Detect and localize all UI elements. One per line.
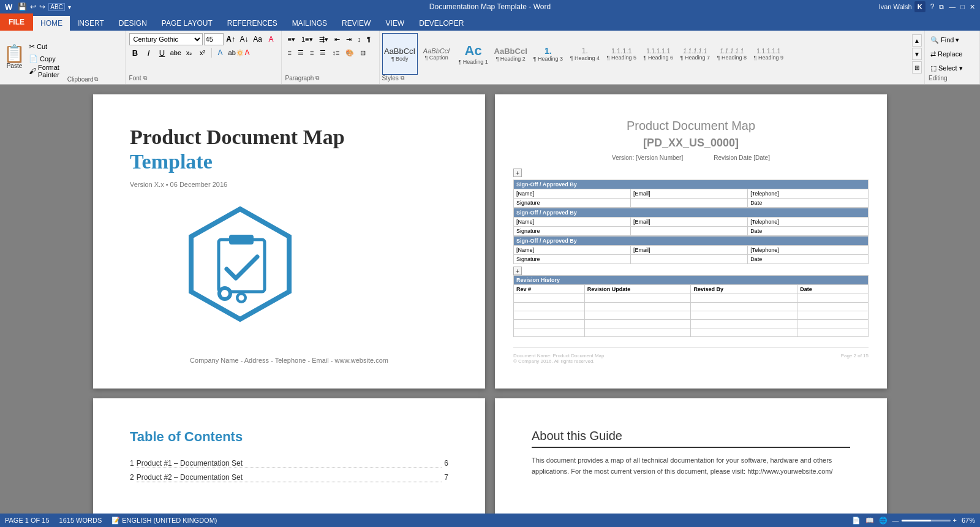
paste-button[interactable]: 📋 Paste: [2, 36, 26, 79]
underline-button[interactable]: U: [156, 47, 168, 59]
line-spacing-button[interactable]: ↕≡: [330, 47, 342, 59]
sort-button[interactable]: ↕: [355, 33, 364, 45]
tab-design[interactable]: DESIGN: [111, 16, 154, 31]
user-area[interactable]: Ivan Walsh K: [879, 1, 925, 12]
increase-indent-button[interactable]: ⇥: [344, 33, 354, 45]
language-indicator[interactable]: 📝 ENGLISH (UNITED KINGDOM): [111, 517, 217, 525]
font-family-select[interactable]: Century Gothic: [129, 33, 203, 45]
style-heading9[interactable]: 1.1.1.1.1 ¶ Heading 9: [751, 33, 786, 75]
clipboard-group: 📋 Paste ✂ Cut 📄 Copy 🖌 Format Painter: [0, 31, 126, 84]
page-count: PAGE 1 OF 15: [5, 517, 50, 524]
signoff-table-1: Sign-Off / Approved By [Name][Email][Tel…: [513, 180, 869, 208]
find-button[interactable]: 🔍Find ▾: [929, 34, 976, 46]
style-heading5[interactable]: 1.1.1.1 ¶ Heading 5: [604, 33, 639, 75]
minimize-btn[interactable]: —: [949, 3, 956, 10]
page-cover: Product Document Map Template Version X.…: [93, 94, 485, 389]
format-painter-button[interactable]: 🖌 Format Painter: [28, 66, 66, 77]
copy-button[interactable]: 📄 Copy: [28, 53, 66, 64]
view-web-icon[interactable]: 🌐: [879, 517, 888, 525]
decrease-indent-button[interactable]: ⇤: [332, 33, 342, 45]
justify-button[interactable]: ☰: [317, 47, 328, 59]
font-size-input[interactable]: [204, 33, 224, 45]
help-btn[interactable]: ?: [930, 2, 935, 11]
bullets-button[interactable]: ≡▾: [285, 33, 298, 45]
styles-expand[interactable]: ⊞: [912, 61, 922, 74]
align-right-button[interactable]: ≡: [307, 47, 316, 59]
tab-mailings[interactable]: MAILINGS: [285, 16, 334, 31]
save-icon[interactable]: 💾: [18, 2, 27, 11]
view-print-icon[interactable]: 📄: [852, 517, 861, 525]
maximize-btn[interactable]: □: [960, 3, 965, 10]
text-effect-button[interactable]: A: [214, 47, 227, 59]
select-button[interactable]: ⬚Select ▾: [929, 62, 976, 74]
undo-icon[interactable]: ↩: [30, 2, 36, 11]
tab-review[interactable]: REVIEW: [334, 16, 378, 31]
redo-icon[interactable]: ↪: [39, 2, 45, 11]
styles-scroll-down[interactable]: ▼: [912, 48, 922, 60]
tab-insert[interactable]: INSERT: [70, 16, 111, 31]
document-area[interactable]: Product Document Map Template Version X.…: [0, 85, 980, 514]
doc-revision-label: Revision Date [Date]: [714, 154, 770, 161]
replace-button[interactable]: ⇄Replace: [929, 48, 976, 60]
superscript-button[interactable]: x²: [197, 47, 209, 59]
resize-btn[interactable]: ⧉: [939, 3, 944, 11]
strikethrough-button[interactable]: abc: [170, 47, 182, 59]
tab-page-layout[interactable]: PAGE LAYOUT: [154, 16, 220, 31]
paragraph-label: Paragraph: [285, 75, 314, 82]
style-caption[interactable]: AaBbCcI ¶ Caption: [419, 33, 454, 75]
svg-point-4: [221, 290, 228, 297]
style-heading3[interactable]: 1. ¶ Heading 3: [530, 33, 566, 75]
align-left-button[interactable]: ≡: [285, 47, 294, 59]
file-tab[interactable]: FILE: [0, 13, 33, 31]
tab-view[interactable]: VIEW: [378, 16, 412, 31]
tab-developer[interactable]: DEVELOPER: [412, 16, 471, 31]
case-button[interactable]: Aa: [252, 33, 264, 45]
style-body[interactable]: AaBbCcI ¶ Body: [382, 33, 418, 75]
styles-expand-icon[interactable]: ⧉: [401, 75, 404, 82]
word-count: 1615 WORDS: [59, 517, 102, 524]
view-read-icon[interactable]: 📖: [865, 517, 874, 525]
multilevel-button[interactable]: ⇶▾: [317, 33, 331, 45]
bold-button[interactable]: B: [129, 47, 141, 59]
style-heading7[interactable]: 1.1.1.1.1 ¶ Heading 7: [677, 33, 713, 75]
style-heading8[interactable]: 1.1.1.1.1 ¶ Heading 8: [714, 33, 750, 75]
align-center-button[interactable]: ☰: [295, 47, 306, 59]
font-color-button[interactable]: A: [241, 47, 254, 59]
zoom-slider[interactable]: — +: [892, 517, 957, 524]
show-formatting-button[interactable]: ¶: [364, 33, 373, 45]
styles-scroll-up[interactable]: ▲: [912, 34, 922, 47]
italic-button[interactable]: I: [143, 47, 155, 59]
style-heading2[interactable]: AaBbCcI ¶ Heading 2: [492, 33, 529, 75]
doc-info-id: [PD_XX_US_0000]: [513, 137, 869, 150]
paragraph-expand-icon[interactable]: ⧉: [315, 75, 319, 82]
borders-button[interactable]: ⊟: [358, 47, 368, 59]
close-btn[interactable]: ✕: [970, 3, 975, 11]
clear-format-button[interactable]: A: [265, 33, 277, 45]
font-grow-button[interactable]: A↑: [225, 33, 237, 45]
ribbon-tabs: FILE HOME INSERT DESIGN PAGE LAYOUT REFE…: [0, 13, 980, 31]
add-revision-icon[interactable]: +: [513, 267, 522, 275]
cover-title-line1: Product Document Map: [130, 125, 448, 150]
customize-icon[interactable]: ▾: [68, 4, 71, 10]
font-expand-icon[interactable]: ⧉: [143, 75, 147, 82]
subscript-button[interactable]: x₂: [183, 47, 195, 59]
cut-button[interactable]: ✂ Cut: [28, 41, 66, 52]
shading-button[interactable]: 🎨: [343, 47, 356, 59]
add-section-icon[interactable]: +: [513, 169, 522, 177]
zoom-level[interactable]: 67%: [962, 517, 975, 524]
numbering-button[interactable]: 1≡▾: [299, 33, 315, 45]
tab-references[interactable]: REFERENCES: [220, 16, 285, 31]
clipboard-expand-icon[interactable]: ⧉: [94, 76, 98, 83]
about-text: This document provides a map of all tech…: [532, 455, 850, 477]
tab-home[interactable]: HOME: [33, 16, 70, 31]
cover-title-line2: Template: [130, 150, 448, 173]
style-heading4[interactable]: 1. ¶ Heading 4: [567, 33, 603, 75]
cover-footer: Company Name - Address - Telephone - Ema…: [130, 357, 448, 364]
style-heading6[interactable]: 1.1.1.1.1 ¶ Heading 6: [641, 33, 676, 75]
page-toc: Table of Contents 1 Product #1 – Documen…: [93, 398, 485, 514]
font-shrink-button[interactable]: A↓: [238, 33, 251, 45]
spelling-icon[interactable]: ABC: [48, 3, 65, 11]
style-heading1[interactable]: Ac ¶ Heading 1: [456, 33, 491, 75]
highlight-button[interactable]: ab🔅: [228, 47, 240, 59]
word-icon: W: [5, 2, 12, 12]
